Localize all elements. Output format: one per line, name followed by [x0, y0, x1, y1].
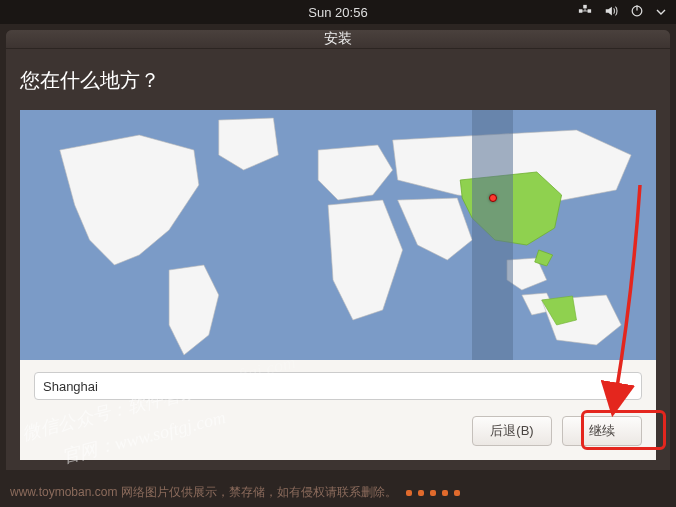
- installer-content: 您在什么地方？: [6, 49, 670, 470]
- clock-text: Sun 20:56: [308, 5, 367, 20]
- installer-window: 安装 您在什么地方？: [6, 30, 670, 470]
- location-marker: [489, 194, 497, 202]
- footer-disclaimer: www.toymoban.com 网络图片仅供展示，禁存储，如有侵权请联系删除。: [10, 484, 460, 501]
- power-icon[interactable]: [630, 4, 644, 21]
- timezone-bottom-pane: 后退(B) 继续: [20, 360, 656, 460]
- network-icon[interactable]: [578, 4, 592, 21]
- footer-dots: [406, 490, 460, 496]
- volume-icon[interactable]: [604, 4, 618, 21]
- window-titlebar: 安装: [6, 30, 670, 49]
- page-heading: 您在什么地方？: [20, 67, 656, 94]
- chevron-down-icon[interactable]: [656, 5, 666, 20]
- system-menubar: Sun 20:56: [0, 0, 676, 24]
- svg-rect-4: [636, 5, 637, 10]
- timezone-map[interactable]: [20, 110, 656, 360]
- timezone-input[interactable]: [34, 372, 642, 400]
- continue-button[interactable]: 继续: [562, 416, 642, 446]
- back-button[interactable]: 后退(B): [472, 416, 552, 446]
- timezone-highlight-strip: [472, 110, 513, 360]
- nav-button-row: 后退(B) 继续: [34, 416, 642, 446]
- window-title: 安装: [324, 30, 352, 48]
- world-map-svg: [20, 110, 656, 360]
- svg-rect-2: [583, 4, 587, 8]
